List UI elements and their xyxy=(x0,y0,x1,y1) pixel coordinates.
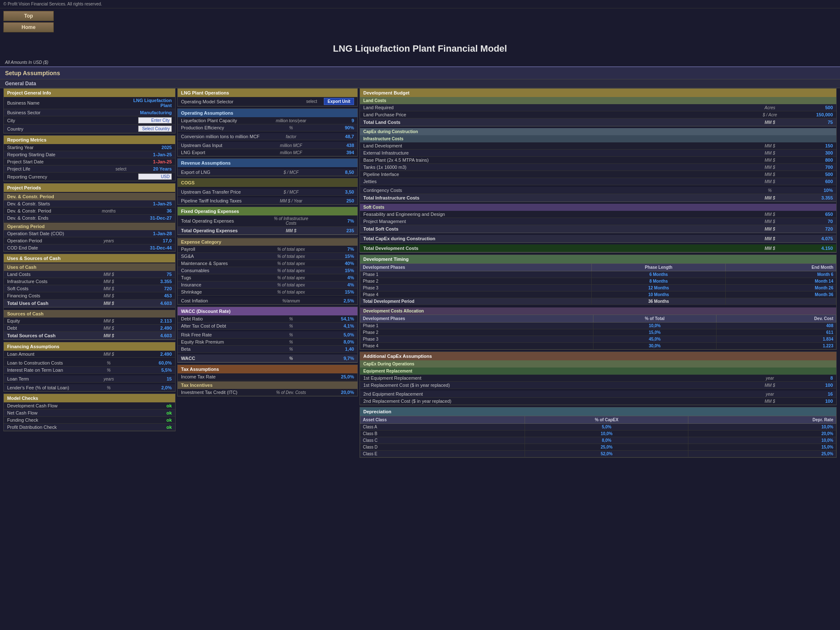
export-lng-label: Export of LNG xyxy=(181,170,270,175)
city-input[interactable] xyxy=(138,117,172,123)
class-b-pct: 10,0% xyxy=(525,430,688,437)
first-repl-row: 1st Equipment Replacement year 8 xyxy=(360,375,836,382)
export-lng-unit: $ / MCF xyxy=(270,170,312,175)
uses-soft-label: Soft Costs xyxy=(7,286,88,291)
reporting-metrics-panel: Reporting Metrics Starting Year 2025 Rep… xyxy=(3,135,176,181)
loan-term-label: Loan Term xyxy=(7,376,88,381)
uses-sources-header: Uses & Sources of Cash xyxy=(4,254,175,262)
lenders-fee-label: Lender's Fee (% of total Loan) xyxy=(7,385,88,390)
class-a-rate: 10,0% xyxy=(688,424,836,430)
total-uses-label: Total Uses of Cash xyxy=(7,301,88,306)
total-dev-costs-label: Total Development Costs xyxy=(363,246,749,251)
alloc-phase1-cost: 408 xyxy=(716,323,836,329)
debt-ratio-value: 54,1% xyxy=(312,316,354,321)
upstream-gas-price-label: Upstream Gas Transfer Price xyxy=(181,189,270,194)
equity-value: 2.113 xyxy=(130,318,172,323)
phase3-end: Month 26 xyxy=(726,285,836,291)
contingency-unit: % xyxy=(749,188,791,193)
home-button[interactable]: Home xyxy=(3,22,54,32)
maintenance-unit: % of total apex xyxy=(270,261,312,266)
consumables-label: Consumables xyxy=(181,268,270,273)
business-name-value: LNG Liquefaction Plant xyxy=(130,98,172,108)
income-tax-row: Income Tax Rate 25,0% xyxy=(178,373,357,381)
upstream-gas-row: Upstream Gas Input million MCF 438 xyxy=(178,142,357,149)
land-required-unit: Acres xyxy=(749,105,791,110)
conversion-row: Conversion million tons to million MCF f… xyxy=(178,133,357,140)
liquid-capacity-unit: million tons/year xyxy=(270,118,312,123)
alloc-phase4-label: Phase 4 xyxy=(360,343,593,349)
export-unit-button[interactable]: Export Unit xyxy=(324,98,354,105)
reporting-currency-label: Reporting Currency xyxy=(7,174,138,179)
cost-inflation-row: Cost Inflation %/annum 2,5% xyxy=(178,297,357,304)
land-develop-unit: MM $ xyxy=(749,144,791,148)
sources-of-cash-header: Sources of Cash xyxy=(4,310,175,318)
business-name-label: Business Name xyxy=(7,100,130,105)
tugs-row: Tugs % of total apex 4% xyxy=(178,274,357,281)
debt-ratio-label: Debt Ratio xyxy=(181,316,270,321)
reporting-start-row: Reporting Starting Date 1-Jan-25 xyxy=(4,151,175,158)
total-opex-unit: % of Infrastructure Costs xyxy=(270,216,312,226)
top-button[interactable]: Top xyxy=(3,11,54,21)
uses-infra-value: 3.355 xyxy=(130,279,172,284)
maintenance-label: Maintenance & Spares xyxy=(181,261,270,266)
total-dev-period-label: Total Development Period xyxy=(360,298,592,305)
cod-end-row: COD End Date 31-Dec-44 xyxy=(4,244,175,252)
first-repl-unit: year xyxy=(749,376,791,381)
total-opex-total-value: 235 xyxy=(312,228,354,233)
pipeline-tariff-unit: MM $ / Year xyxy=(270,199,312,203)
revenue-assumptions-panel: Revenue Assumptions Export of LNG $ / MC… xyxy=(177,158,358,176)
depreciation-header: Depreciation xyxy=(360,407,836,416)
phase-length-col: Phase Length xyxy=(592,264,726,271)
reporting-currency-input[interactable] xyxy=(138,173,172,180)
alloc-phase2-cost: 611 xyxy=(716,329,836,336)
reporting-start-value: 1-Jan-25 xyxy=(130,152,172,157)
uses-infra-row: Infrastructure Costs MM $ 3.355 xyxy=(4,278,175,285)
starting-year-value: 2025 xyxy=(130,145,172,150)
capex-constr-header: CapEx during Construction xyxy=(360,128,836,135)
total-land-value: 75 xyxy=(791,120,833,125)
class-b-rate: 20,0% xyxy=(688,430,836,437)
lng-plant-ops-header: LNG Plant Operations xyxy=(178,89,357,97)
equity-unit: MM $ xyxy=(88,319,130,323)
interest-rate-label: Interest Rate on Term Loan xyxy=(7,368,88,373)
second-repl-cost-value: 100 xyxy=(791,399,833,404)
project-start-row: Project Start Date 1-Jan-25 xyxy=(4,158,175,165)
total-opex-label: Total Operating Expenses xyxy=(181,218,270,223)
total-sources-value: 4.603 xyxy=(130,333,172,338)
land-purchase-unit: $ / Acre xyxy=(749,113,791,117)
income-tax-value: 25,0% xyxy=(312,374,354,379)
op-start-label: Operation Start Date (COD) xyxy=(7,231,130,236)
copyright-text: © Profit Vision Financial Services. All … xyxy=(3,2,102,6)
pipeline-value: 500 xyxy=(791,172,833,177)
middle-column: LNG Plant Operations Operating Model Sel… xyxy=(177,88,358,459)
land-purchase-value: 150,000 xyxy=(791,112,833,117)
op-period-value: 17,0 xyxy=(130,238,172,243)
operating-assumptions-header: Operating Assumptions xyxy=(178,109,357,117)
total-uses-unit: MM $ xyxy=(88,301,130,306)
country-input[interactable] xyxy=(138,126,172,132)
operating-model-select: select xyxy=(306,99,317,104)
interest-rate-row: Interest Rate on Term Loan % 5,5% xyxy=(4,367,175,374)
jetties-row: Jetties MM $ 600 xyxy=(360,178,836,185)
income-tax-label: Income Tax Rate xyxy=(181,374,312,379)
jetties-value: 600 xyxy=(791,179,833,184)
after-tax-debt-row: After Tax Cost of Debt % 4,1% xyxy=(178,323,357,330)
class-d-rate: 15,0% xyxy=(688,444,836,451)
class-c-rate: 10,0% xyxy=(688,437,836,444)
total-dev-costs-value: 4.150 xyxy=(791,246,833,251)
total-uses-value: 4.603 xyxy=(130,301,172,306)
business-sector-label: Business Sector xyxy=(7,110,130,115)
capex-ops-header: CapEx During Operations xyxy=(360,360,836,368)
sga-row: SG&A % of total apex 15% xyxy=(178,253,357,260)
second-repl-cost-row: 2nd Replacement Cost ($ in year replaced… xyxy=(360,398,836,405)
fixed-opex-panel: Fixed Operating Expenses Total Operating… xyxy=(177,207,358,235)
alloc-phase2-row: Phase 2 15,0% 611 xyxy=(360,329,836,336)
after-tax-debt-label: After Tax Cost of Debt xyxy=(181,323,270,328)
class-c-label: Class C xyxy=(360,437,525,444)
project-mgmt-row: Project Management MM $ 70 xyxy=(360,218,836,225)
alloc-phase3-cost: 1.834 xyxy=(716,336,836,343)
phase3-row: Phase 3 12 Months Month 26 xyxy=(360,285,836,291)
class-a-row: Class A 5,0% 10,0% xyxy=(360,424,836,430)
alloc-phase1-pct: 10,0% xyxy=(593,323,716,329)
total-sources-unit: MM $ xyxy=(88,333,130,338)
